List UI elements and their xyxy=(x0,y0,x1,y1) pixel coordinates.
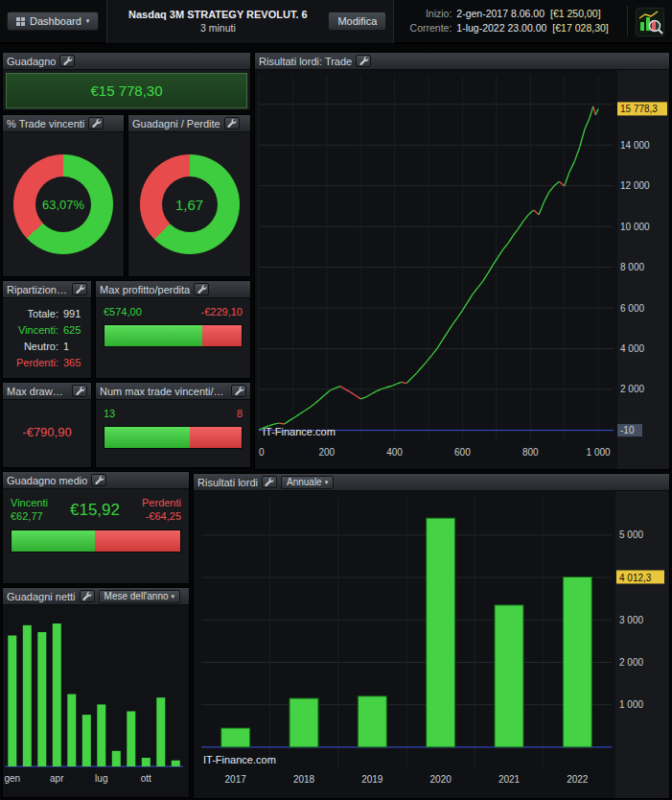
row-value: 991 xyxy=(63,306,81,322)
list-item: Vincenti:625 xyxy=(6,322,88,339)
wrench-icon[interactable] xyxy=(194,283,209,295)
win-rate-donut: 63,07% xyxy=(13,154,113,254)
modifica-button[interactable]: Modifica xyxy=(328,12,386,31)
strategy-title-block: Nasdaq 3M STRATEGY REVOLUT. 6 3 minuti M… xyxy=(106,0,394,43)
max-drawdown-value: -€790,90 xyxy=(3,425,91,439)
svg-text:6 000: 6 000 xyxy=(620,303,644,314)
pl-ratio-donut: 1,67 xyxy=(140,154,240,254)
panel-guadagno-header: Guadagno xyxy=(3,53,250,70)
svg-text:2 000: 2 000 xyxy=(619,657,643,668)
list-item: Totale:991 xyxy=(6,306,88,322)
svg-text:8 000: 8 000 xyxy=(620,262,644,272)
svg-text:2022: 2022 xyxy=(567,774,589,785)
wrench-icon[interactable] xyxy=(356,55,371,67)
panel-ratio-header: Guadagni / Perdite xyxy=(128,115,250,132)
dashboard-menu-button[interactable]: Dashboard ▾ xyxy=(7,12,99,31)
chevron-down-icon: ▾ xyxy=(172,593,175,600)
split-bar-red xyxy=(190,427,242,448)
total-gain-box: €15 778,30 xyxy=(6,73,247,108)
wrench-icon[interactable] xyxy=(59,55,75,67)
list-item: Perdenti:365 xyxy=(6,355,88,371)
wrench-icon[interactable] xyxy=(72,283,87,295)
svg-text:800: 800 xyxy=(522,447,539,458)
maxpl-split-bar xyxy=(104,324,243,347)
wrench-icon[interactable] xyxy=(262,476,277,488)
panel-nummax-header: Num max trade vincenti/p... xyxy=(96,383,250,400)
wrench-icon[interactable] xyxy=(88,117,104,129)
avg-gain-value: €15,92 xyxy=(48,501,142,520)
period-dropdown[interactable]: Mese dell'anno ▾ xyxy=(99,590,180,603)
panel-equity-header: Risultati lordi: Trade xyxy=(255,53,669,70)
svg-text:apr: apr xyxy=(50,773,64,784)
panel-title: Ripartizione ... xyxy=(7,284,68,295)
row-value: 625 xyxy=(63,322,81,339)
svg-text:14 000: 14 000 xyxy=(620,140,650,151)
wrench-icon[interactable] xyxy=(231,385,246,397)
wrench-icon[interactable] xyxy=(72,385,87,397)
panel-title: % Trade vincenti xyxy=(7,118,84,129)
wrench-icon[interactable] xyxy=(224,117,240,129)
wrench-icon[interactable] xyxy=(91,474,106,486)
svg-text:200: 200 xyxy=(318,447,335,458)
total-gain-value: €15 778,30 xyxy=(90,82,162,99)
donut-hole: 1,67 xyxy=(162,176,218,232)
max-consecutive-losses: 8 xyxy=(237,408,243,419)
medio-split-bar xyxy=(11,529,181,553)
maxpl-values: €574,00 -€229,10 xyxy=(96,298,250,318)
panel-guadagni-netti: Guadagni netti Mese dell'anno ▾ genaprlu… xyxy=(2,587,190,798)
equity-curve-chart[interactable]: 02004006008001 0002 0004 0006 0008 00010… xyxy=(255,70,669,469)
panel-title: Guadagni netti xyxy=(7,591,76,602)
panel-max-profitto-perdita: Max profitto/perdita €574,00 -€229,10 xyxy=(95,280,251,379)
probacktest-chart-magnifier-icon[interactable] xyxy=(636,8,664,36)
dashboard-icon xyxy=(16,17,25,26)
nummax-split-bar xyxy=(104,426,243,449)
period-dropdown-label: Mese dell'anno xyxy=(104,591,169,601)
svg-text:4 012,3: 4 012,3 xyxy=(619,573,652,583)
svg-text:0: 0 xyxy=(259,447,265,458)
inizio-label: Inizio: xyxy=(402,7,452,21)
wrench-icon[interactable] xyxy=(80,590,95,602)
panel-maxdd-header: Max drawdo... xyxy=(3,383,91,400)
svg-text:400: 400 xyxy=(386,447,403,458)
split-bar-red xyxy=(202,325,242,346)
panel-title: Guadagno xyxy=(7,56,56,67)
period-dropdown-label: Annuale xyxy=(287,477,322,487)
svg-text:2018: 2018 xyxy=(293,774,315,785)
corrente-datetime: 1-lug-2022 23.00.00 xyxy=(456,21,546,35)
svg-text:2 000: 2 000 xyxy=(620,384,644,394)
svg-text:IT-Finance.com: IT-Finance.com xyxy=(263,426,336,437)
annual-results-chart[interactable]: 2017201820192020202120221 0002 0003 0005… xyxy=(194,491,669,798)
split-bar-green xyxy=(104,427,190,448)
strategy-title-col: Nasdaq 3M STRATEGY REVOLUT. 6 3 minuti xyxy=(107,8,328,35)
dashboard-button-label: Dashboard xyxy=(30,15,81,27)
monthly-net-gains-chart[interactable]: genaprlugott xyxy=(3,605,189,797)
panel-maxpl-header: Max profitto/perdita xyxy=(96,281,250,298)
panel-guadagno: Guadagno €15 778,30 xyxy=(2,52,251,111)
avg-loss-label: Perdenti xyxy=(142,496,181,509)
max-loss-value: -€229,10 xyxy=(201,306,243,318)
svg-text:lug: lug xyxy=(95,773,107,784)
row-label: Totale: xyxy=(6,306,58,322)
topbar: Dashboard ▾ Nasdaq 3M STRATEGY REVOLUT. … xyxy=(0,0,672,44)
panel-risultati-lordi-trade: Risultati lordi: Trade 02004006008001 00… xyxy=(254,52,670,470)
avg-loss-block: Perdenti -€64,25 xyxy=(142,496,181,523)
row-label: Vincenti: xyxy=(6,322,58,339)
svg-text:10 000: 10 000 xyxy=(620,222,650,232)
chevron-down-icon: ▾ xyxy=(86,17,90,25)
svg-text:2020: 2020 xyxy=(430,774,452,785)
avg-win-label: Vincenti xyxy=(11,496,48,509)
panel-ripartizione-header: Ripartizione ... xyxy=(3,281,91,298)
panel-title: Max drawdo... xyxy=(7,386,68,397)
svg-text:1 000: 1 000 xyxy=(619,699,643,710)
panel-pct-header: % Trade vincenti xyxy=(3,115,124,132)
list-item: Neutro:1 xyxy=(6,339,88,355)
panel-title: Guadagno medio xyxy=(7,475,87,486)
row-label: Perdenti: xyxy=(6,355,58,371)
topbar-divider xyxy=(627,6,628,36)
period-dropdown[interactable]: Annuale ▾ xyxy=(281,476,334,489)
svg-text:IT-Finance.com: IT-Finance.com xyxy=(203,754,276,765)
max-consecutive-wins: 13 xyxy=(104,408,115,419)
panel-title: Risultati lordi xyxy=(197,477,258,488)
trade-breakdown-list: Totale:991 Vincenti:625 Neutro:1 Perdent… xyxy=(3,298,91,371)
panel-medio-header: Guadagno medio xyxy=(3,472,189,489)
